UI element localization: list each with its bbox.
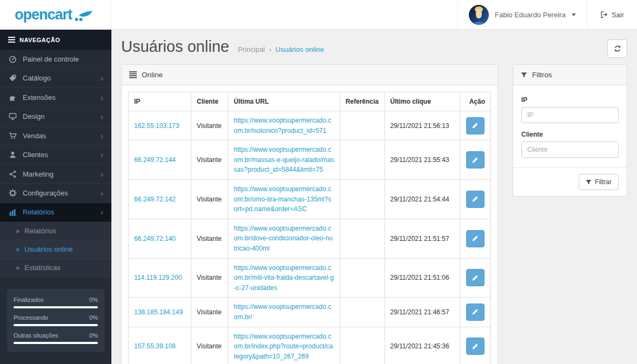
refresh-button[interactable] — [607, 39, 627, 58]
filter-icon — [521, 72, 527, 78]
online-panel-body: IP Cliente Última URL Referência Último … — [122, 85, 497, 364]
user-name: Fabio Eduardo Pereira — [495, 11, 566, 19]
sidebar-item-extensoes[interactable]: Extensões › — [0, 88, 111, 107]
filter-button[interactable]: Filtrar — [579, 174, 619, 190]
ultimo-clique-cell: 29/11/2021 21:51:57 — [384, 219, 460, 258]
filters-panel: Filtros IP Cliente Filtrar — [513, 64, 627, 197]
filters-footer: Filtrar — [513, 167, 627, 196]
cliente-cell: Visitante — [191, 298, 228, 327]
puzzle-icon — [8, 93, 17, 102]
filter-icon — [586, 179, 592, 185]
table-row: 157.55.39.108 Visitante https://www.voop… — [129, 327, 491, 364]
page-title: Usuários online — [121, 38, 229, 56]
cliente-filter-input[interactable] — [521, 141, 619, 158]
edit-button[interactable] — [466, 117, 485, 134]
online-panel-heading: Online — [122, 65, 497, 85]
stat-finalizados: Finalizados 0% — [14, 296, 98, 303]
pencil-icon — [472, 157, 479, 164]
stat-label: Finalizados — [14, 296, 44, 303]
stat-value: 0% — [89, 296, 98, 303]
submenu-item-label: Estatísticas — [24, 264, 60, 272]
referencia-cell — [340, 327, 384, 364]
chevron-right-icon: › — [101, 189, 103, 197]
ip-link[interactable]: 157.55.39.108 — [134, 342, 176, 350]
table-row: 66.249.72.142 Visitante https://www.voop… — [129, 179, 491, 219]
ultimo-clique-cell: 29/11/2021 21:46:57 — [384, 298, 460, 327]
breadcrumb-current[interactable]: Usuários online — [275, 45, 324, 53]
breadcrumb-root[interactable]: Principal — [238, 45, 265, 53]
ultimo-clique-cell: 29/11/2021 21:51:06 — [384, 258, 460, 298]
url-link[interactable]: https://www.vooptsupermercado.com.br/omo… — [234, 184, 334, 214]
url-link[interactable]: https://www.vooptsupermercado.com.br/mas… — [234, 145, 334, 175]
sidebar-item-vendas[interactable]: Vendas › — [0, 126, 111, 145]
submenu-item-usuarios-online[interactable]: » Usuários online — [0, 240, 111, 259]
submenu-item-relatorios[interactable]: » Relatórios — [0, 222, 111, 240]
filters-panel-title: Filtros — [532, 71, 552, 79]
user-icon — [8, 151, 17, 159]
sidebar-item-label: Design — [23, 112, 44, 120]
order-status-stats: Finalizados 0% Processando 0% Outras sit… — [7, 289, 104, 352]
col-header-ultima-url: Última URL — [228, 92, 340, 111]
content-row: Online IP Cliente Última URL — [121, 64, 627, 364]
ip-link[interactable]: 114.119.129.200 — [134, 274, 182, 281]
bar-chart-icon — [8, 208, 17, 216]
sidebar-item-configuracoes[interactable]: Configurações › — [0, 184, 111, 203]
sidebar-item-label: Clientes — [23, 151, 48, 159]
sidebar-item-clientes[interactable]: Clientes › — [0, 145, 111, 164]
url-link[interactable]: https://www.vooptsupermercado.com.br/iso… — [234, 116, 334, 136]
edit-button[interactable] — [466, 338, 485, 355]
ip-filter-input[interactable] — [521, 107, 619, 123]
ip-link[interactable]: 66.249.72.142 — [134, 196, 176, 203]
ip-link[interactable]: 162.55.103.173 — [134, 122, 179, 130]
url-link[interactable]: https://www.vooptsupermercado.com.br/ — [234, 302, 334, 322]
ip-link[interactable]: 138.185.184.149 — [134, 308, 183, 316]
user-menu[interactable]: Fabio Eduardo Pereira — [457, 0, 587, 29]
sidebar-item-label: Configurações — [23, 189, 68, 197]
ip-link[interactable]: 66.249.72.144 — [134, 156, 176, 164]
table-row: 162.55.103.173 Visitante https://www.voo… — [129, 111, 491, 140]
logout-button[interactable]: Sair — [587, 0, 637, 29]
edit-button[interactable] — [466, 151, 485, 168]
table-row: 66.249.72.140 Visitante https://www.voop… — [129, 219, 491, 258]
sidebar-item-label: Marketing — [23, 170, 54, 178]
logo[interactable]: opencart — [0, 0, 111, 29]
submenu-item-label: Relatórios — [24, 227, 56, 235]
edit-button[interactable] — [466, 191, 485, 208]
tag-icon — [8, 74, 17, 82]
cliente-filter-label: Cliente — [521, 131, 619, 138]
url-link[interactable]: https://www.vooptsupermercado.com.br/ind… — [234, 332, 334, 362]
url-link[interactable]: https://www.vooptsupermercado.com.br/mil… — [234, 263, 334, 293]
sidebar: NAVEGAÇÃO Painel de controle Catálogo › … — [0, 30, 111, 364]
online-panel: Online IP Cliente Última URL — [121, 64, 498, 364]
online-panel-title: Online — [142, 71, 163, 79]
logo-text: opencart — [15, 6, 72, 23]
edit-button[interactable] — [466, 230, 485, 247]
avatar — [469, 5, 489, 25]
sidebar-item-catalogo[interactable]: Catálogo › — [0, 69, 111, 88]
col-header-cliente: Cliente — [191, 92, 228, 111]
cart-icon — [8, 132, 17, 140]
online-users-table: IP Cliente Última URL Referência Último … — [128, 92, 491, 364]
sidebar-item-label: Extensões — [23, 93, 56, 102]
sidebar-item-marketing[interactable]: Marketing › — [0, 165, 111, 184]
stat-value: 0% — [89, 332, 98, 339]
breadcrumb: Principal › Usuários online — [238, 45, 324, 53]
sidebar-item-label: Relatórios — [23, 208, 55, 216]
col-header-acao: Ação — [460, 92, 490, 111]
edit-button[interactable] — [466, 304, 485, 321]
submenu-item-estatisticas[interactable]: » Estatísticas — [0, 259, 111, 277]
shell: NAVEGAÇÃO Painel de controle Catálogo › … — [0, 30, 637, 364]
ip-link[interactable]: 66.249.72.140 — [134, 235, 176, 242]
url-link[interactable]: https://www.vooptsupermercado.com.br/dov… — [234, 224, 334, 254]
hamburger-icon — [8, 37, 15, 43]
ip-filter-label: IP — [521, 96, 619, 104]
pencil-icon — [472, 308, 479, 315]
cliente-cell: Visitante — [191, 219, 228, 258]
stat-label: Processando — [14, 314, 48, 321]
sidebar-item-design[interactable]: Design › — [0, 107, 111, 126]
sidebar-item-relatorios[interactable]: Relatórios › — [0, 203, 111, 222]
edit-button[interactable] — [466, 269, 485, 286]
breadcrumb-separator: › — [269, 45, 271, 53]
sidebar-item-painel-de-controle[interactable]: Painel de controle — [0, 50, 111, 69]
chevron-right-icon: › — [101, 151, 103, 159]
